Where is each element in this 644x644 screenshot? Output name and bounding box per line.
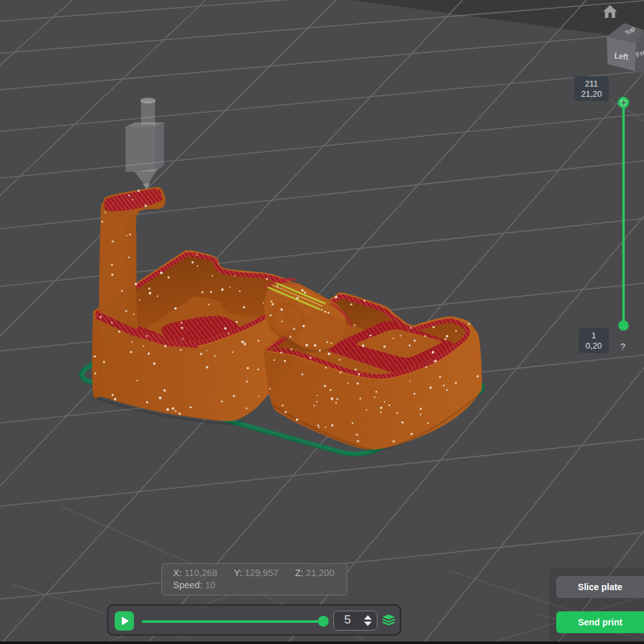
- svg-text:Left: Left: [614, 51, 629, 62]
